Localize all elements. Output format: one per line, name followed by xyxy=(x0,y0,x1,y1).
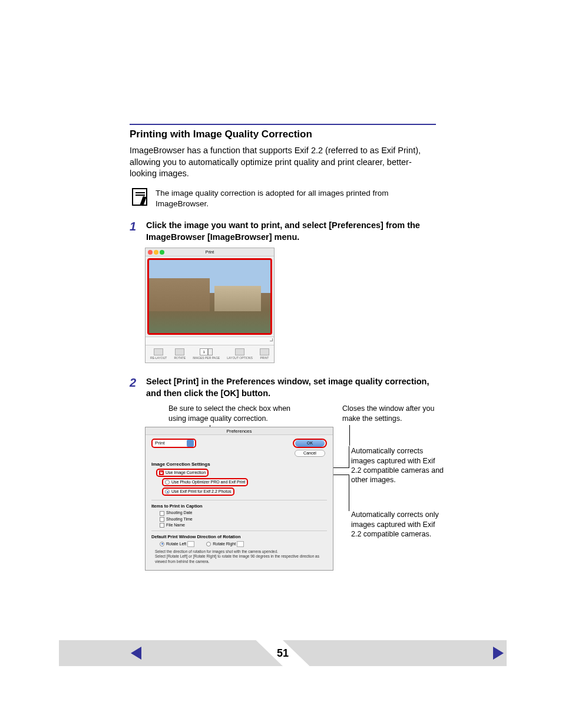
rotation-help-2: Select [Rotate Left] or [Rotate Right] t… xyxy=(155,554,327,564)
print-preview-image xyxy=(147,258,272,335)
preferences-title: Preferences xyxy=(146,427,333,435)
note-text: The image quality correction is adopted … xyxy=(156,188,436,209)
group-caption-label: Items to Print in Caption xyxy=(151,503,327,509)
rotate-right-radio[interactable]: Rotate Right xyxy=(206,541,244,547)
images-per-page-stepper[interactable]: 1 IMAGES PER PAGE xyxy=(193,348,220,360)
use-image-correction-checkbox[interactable]: Use Image Correction xyxy=(156,469,209,477)
callout-close: Closes the window after you make the set… xyxy=(342,404,445,423)
page-number: 51 xyxy=(277,647,289,660)
layout-options-button[interactable]: LAYOUT OPTIONS xyxy=(227,348,252,360)
callout-checkbox: Be sure to select the check box when usi… xyxy=(168,404,307,423)
step-2-text: Select [Print] in the Preferences window… xyxy=(146,376,436,399)
cancel-button[interactable]: Cancel xyxy=(295,450,325,457)
step-1-number: 1 xyxy=(130,220,140,243)
shooting-time-checkbox[interactable]: Shooting Time xyxy=(160,517,327,522)
step-1-text: Click the image you want to print, and s… xyxy=(146,220,436,243)
photo-optimizer-radio[interactable]: Use Photo Optimizer PRO and Exif Print xyxy=(162,478,248,486)
ok-button[interactable]: OK xyxy=(295,440,325,447)
note-icon xyxy=(132,188,147,206)
exif-print-radio[interactable]: Use Exif Print for Exif 2.2 Photos xyxy=(162,487,234,496)
print-button[interactable]: PRINT xyxy=(260,348,269,360)
section-title: Printing with Image Quality Correction xyxy=(130,129,436,140)
intro-text: ImageBrowser has a function that support… xyxy=(130,145,436,180)
print-window-title: Print xyxy=(206,250,214,254)
ok-button-highlight: OK xyxy=(293,439,327,448)
next-page-arrow[interactable] xyxy=(493,647,504,660)
callout-exif-print: Automatically corrects only images captu… xyxy=(351,510,445,539)
window-traffic-lights xyxy=(148,250,164,255)
group-rotation-label: Default Print Window Direction of Rotati… xyxy=(151,534,327,539)
rotation-help-1: Select the direction of rotation for ima… xyxy=(155,549,327,554)
previous-page-arrow[interactable] xyxy=(131,647,141,660)
step-2-number: 2 xyxy=(130,376,140,399)
callout-photo-optimizer: Automatically corrects images captured w… xyxy=(351,446,445,485)
preferences-window-figure: Preferences Print OK Cancel Image Correc… xyxy=(145,427,333,571)
preferences-category-select[interactable]: Print xyxy=(151,439,196,448)
file-name-checkbox[interactable]: File Name xyxy=(160,523,327,528)
print-window-figure: Print RE-LAYOUT ROTATE 1 xyxy=(145,248,275,363)
shooting-date-checkbox[interactable]: Shooting Date xyxy=(160,510,327,515)
rotate-left-radio[interactable]: Rotate Left xyxy=(160,541,194,547)
rotate-button[interactable]: ROTATE xyxy=(174,348,186,360)
group-image-correction-label: Image Correction Settings xyxy=(151,462,327,467)
relayout-button[interactable]: RE-LAYOUT xyxy=(150,348,167,360)
